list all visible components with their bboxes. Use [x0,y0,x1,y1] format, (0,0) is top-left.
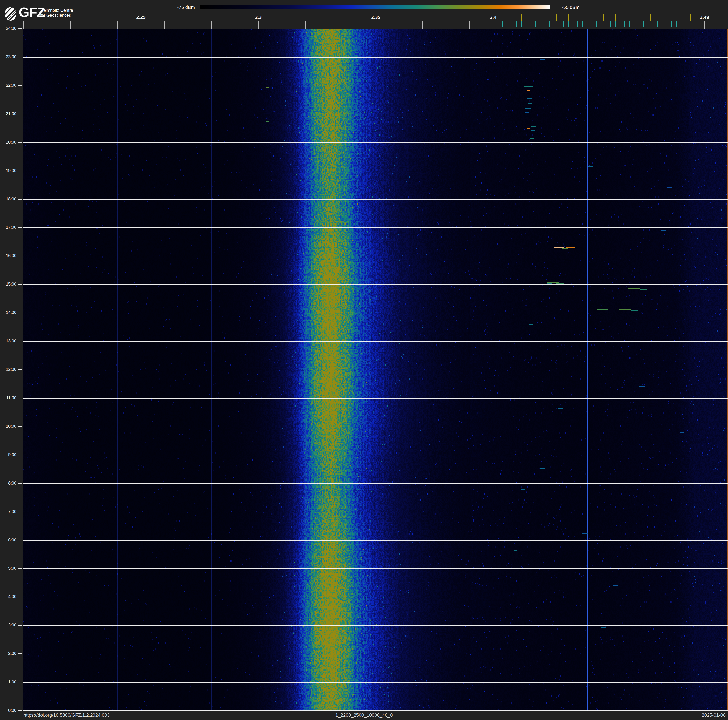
wifi-channel-tick [603,14,604,21]
time-axis-tick [18,341,22,342]
footer-filename-text: 1_2200_2500_10000_40_0 [335,712,393,718]
time-axis-label: 0:00 [0,708,17,713]
logo-subtitle: Helmholtz Centre for Geosciences [40,8,73,18]
freq-axis-label: 2.3 [255,15,262,20]
time-axis-label: 23:00 [0,55,17,60]
wifi-channel-tick [690,14,691,21]
wifi-channel-tick [639,14,639,21]
bluetooth-channel-tick [620,21,620,28]
gfz-globe-icon [4,6,17,21]
freq-axis-label: 2.49 [700,15,709,20]
bluetooth-channel-tick [643,21,644,28]
time-axis-tick [18,28,22,29]
bluetooth-channel-tick [624,21,625,28]
time-axis-label: 16:00 [0,253,17,258]
time-axis-label: 2:00 [0,651,17,656]
freq-tick [47,21,47,29]
time-axis-tick [18,199,22,199]
time-axis-label: 15:00 [0,282,17,287]
time-axis-tick [18,654,22,654]
bluetooth-channel-tick [657,21,658,28]
time-axis-label: 1:00 [0,680,17,685]
freq-tick [305,21,306,29]
bluetooth-channel-tick [507,21,508,28]
freq-tick [470,21,470,29]
bluetooth-channel-tick [512,21,512,28]
bluetooth-channel-tick [648,21,648,28]
time-axis-tick [18,512,22,512]
freq-tick [399,21,399,29]
time-axis-tick [18,369,22,370]
time-axis-tick [18,142,22,142]
freq-tick [141,21,141,29]
time-axis-tick [18,710,22,711]
time-axis-label: 10:00 [0,424,17,429]
freq-tick [352,21,352,29]
bluetooth-channel-tick [578,21,578,28]
time-axis-label: 17:00 [0,225,17,230]
wifi-channel-tick [627,14,627,21]
freq-axis-label: 2.35 [371,15,381,20]
page-background: { "header": { "logo": { "brand": "GFZ", … [0,0,728,720]
bluetooth-channel-tick [592,21,592,28]
time-axis-tick [18,284,22,285]
freq-tick [258,21,258,29]
bluetooth-channel-tick [521,21,522,28]
time-axis-label: 8:00 [0,481,17,486]
time-axis-tick [18,483,22,484]
freq-axis-label: 2.4 [490,15,496,20]
time-axis-label: 13:00 [0,339,17,343]
bluetooth-channel-tick [606,21,606,28]
bluetooth-channel-tick [610,21,611,28]
bluetooth-channel-tick [662,21,662,28]
time-axis-label: 6:00 [0,538,17,542]
time-axis-tick [18,682,22,682]
freq-tick [23,21,24,29]
freq-tick [422,21,423,29]
freq-tick [117,21,118,29]
colorbar-min-label: -75 dBm [177,5,195,10]
time-axis-tick [18,57,22,57]
freq-axis-label: 2.25 [136,15,145,20]
bluetooth-channel-tick [671,21,672,28]
bluetooth-channel-tick [596,21,597,28]
footer-doi-text: https://doi.org/10.5880/GFZ.1.2.2024.003 [23,712,110,718]
bluetooth-channel-tick [568,21,569,28]
freq-tick [281,21,282,29]
time-axis-tick [18,398,22,398]
colorbar [200,5,550,9]
time-axis-tick [18,256,22,256]
time-axis-tick [18,568,22,569]
time-axis-tick [18,625,22,625]
bluetooth-channel-tick [634,21,634,28]
colorbar-max-label: -55 dBm [562,5,580,10]
wifi-channel-tick [662,14,662,21]
bluetooth-channel-tick [676,21,677,28]
logo-subtitle-line2: for Geosciences [40,13,73,18]
time-axis-tick [18,114,22,114]
wifi-channel-tick [556,14,557,21]
bluetooth-channel-tick [498,21,498,28]
time-axis-tick [18,540,22,541]
time-axis-tick [18,426,22,427]
footer-date-text: 2025-01-06 [702,712,726,718]
wifi-channel-tick [521,14,522,21]
bluetooth-channel-tick [582,21,583,28]
time-axis-label: 22:00 [0,83,17,88]
bluetooth-channel-tick [681,21,681,28]
freq-tick [188,21,188,29]
freq-tick [376,21,376,29]
time-axis-tick [18,85,22,86]
time-axis-tick [18,171,22,171]
freq-tick [493,21,493,29]
time-axis-label: 24:00 [0,26,17,31]
wifi-channel-tick [592,14,592,21]
time-axis-tick [18,313,22,313]
time-axis-label: 5:00 [0,566,17,571]
time-axis-label: 3:00 [0,623,17,628]
bluetooth-channel-tick [549,21,550,28]
wifi-channel-tick [544,14,545,21]
freq-tick [446,21,447,29]
bluetooth-channel-tick [587,21,587,28]
spectrogram-canvas [23,29,728,711]
